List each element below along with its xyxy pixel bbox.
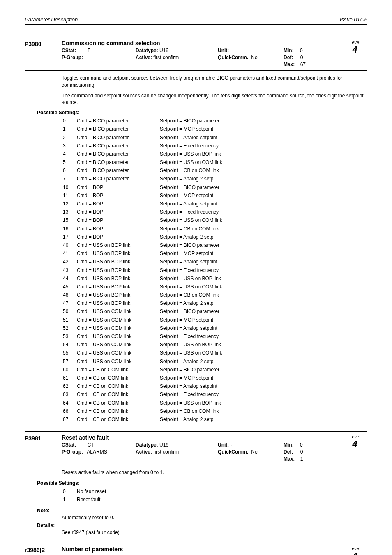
settings-code: 1: [62, 496, 76, 503]
settings-cmd: Cmd = USS on BOP link: [76, 283, 159, 290]
settings-cmd: Cmd = USS on COM link: [76, 308, 159, 315]
param-p3981: P3981 Reset active fault CStat: CT Datat…: [25, 431, 367, 536]
settings-row: 4Cmd = BICO parameterSetpoint = USS on B…: [62, 150, 223, 158]
pgroup-value: ALARMS: [87, 449, 107, 455]
note-label: Note:: [37, 508, 367, 514]
settings-row: 46Cmd = USS on BOP linkSetpoint = CB on …: [62, 291, 223, 299]
settings-row: 10Cmd = BOPSetpoint = BICO parameter: [62, 184, 223, 191]
settings-row: 6Cmd = BICO parameterSetpoint = CB on CO…: [62, 167, 223, 174]
settings-setpoint: Setpoint = Fixed frequency: [159, 267, 223, 274]
settings-cmd: Cmd = USS on COM link: [76, 349, 159, 357]
settings-code: 1: [62, 125, 76, 133]
settings-code: 4: [62, 150, 76, 158]
settings-cmd: Cmd = CB on COM link: [76, 408, 159, 415]
settings-setpoint: Setpoint = Fixed frequency: [159, 333, 223, 340]
level-value: 4: [342, 439, 367, 449]
settings-code: 41: [62, 250, 76, 257]
settings-row: 43Cmd = USS on BOP linkSetpoint = Fixed …: [62, 267, 223, 274]
settings-setpoint: Setpoint = MOP setpoint: [159, 192, 223, 199]
settings-code: 61: [62, 374, 76, 382]
datatype-label: Datatype:: [136, 442, 158, 449]
settings-row: 41Cmd = USS on BOP linkSetpoint = MOP se…: [62, 250, 223, 257]
settings-cmd: Cmd = USS on COM link: [76, 358, 159, 365]
settings-setpoint: Setpoint = USS on BOP link: [159, 399, 223, 407]
settings-code: 17: [62, 233, 76, 241]
param-id: P3980: [25, 40, 62, 47]
settings-row: 50Cmd = USS on COM linkSetpoint = BICO p…: [62, 308, 223, 315]
settings-code: 55: [62, 349, 76, 357]
settings-cmd: Cmd = USS on BOP link: [76, 250, 159, 257]
settings-cmd: Cmd = USS on COM link: [76, 333, 159, 340]
settings-cmd: Cmd = BOP: [76, 192, 159, 199]
settings-setpoint: Setpoint = USS on BOP link: [159, 341, 223, 348]
settings-code: 57: [62, 358, 76, 365]
settings-setpoint: Setpoint = Fixed frequency: [159, 142, 223, 150]
level-value: 4: [342, 45, 367, 55]
quick-value: No: [251, 55, 257, 60]
settings-setpoint: Setpoint = USS on COM link: [159, 349, 223, 357]
possible-settings-label: Possible Settings:: [37, 480, 367, 486]
active-value: first confirm: [153, 55, 179, 60]
settings-setpoint: Setpoint = BICO parameter: [159, 366, 223, 373]
def-value: 0: [300, 449, 303, 455]
settings-code: 60: [62, 366, 76, 373]
settings-cmd: Cmd = USS on COM link: [76, 341, 159, 348]
settings-code: 13: [62, 208, 76, 216]
settings-cmd: Cmd = USS on BOP link: [76, 267, 159, 274]
pgroup-label: P-Group:: [62, 449, 83, 456]
header-left: Parameter Description: [25, 16, 78, 23]
quick-value: No: [251, 449, 257, 455]
settings-code: 16: [62, 225, 76, 233]
settings-setpoint: Setpoint = Analog setpoint: [159, 325, 223, 332]
settings-cmd: Cmd = USS on COM link: [76, 325, 159, 332]
param-description-1: Toggles command and setpoint sources bet…: [62, 75, 367, 88]
settings-code: 45: [62, 283, 76, 290]
settings-code: 47: [62, 299, 76, 307]
max-value: 67: [300, 62, 306, 67]
settings-row: 11Cmd = BOPSetpoint = MOP setpoint: [62, 192, 223, 199]
settings-setpoint: Setpoint = BICO parameter: [159, 117, 223, 124]
settings-setpoint: Setpoint = MOP setpoint: [159, 125, 223, 133]
cstat-label: CStat:: [62, 47, 76, 54]
settings-cmd: Cmd = CB on COM link: [76, 382, 159, 390]
settings-code: 11: [62, 192, 76, 199]
cstat-label: CStat:: [62, 442, 76, 449]
settings-code: 63: [62, 391, 76, 398]
settings-setpoint: Setpoint = USS on BOP link: [159, 150, 223, 158]
settings-code: 67: [62, 416, 76, 423]
settings-row: 44Cmd = USS on BOP linkSetpoint = USS on…: [62, 275, 223, 282]
settings-code: 7: [62, 175, 76, 182]
max-label: Max:: [284, 456, 295, 463]
settings-cmd: Cmd = CB on COM link: [76, 399, 159, 407]
min-value: 0: [300, 48, 303, 53]
param-id: r3986[2]: [25, 546, 62, 553]
quick-label: QuickComm.:: [218, 449, 250, 456]
settings-row: 0Cmd = BICO parameterSetpoint = BICO par…: [62, 117, 223, 124]
settings-code: 53: [62, 333, 76, 340]
details-label: Details:: [37, 523, 367, 528]
settings-cmd: Cmd = BICO parameter: [76, 117, 159, 124]
header-right: Issue 01/06: [340, 16, 367, 23]
datatype-label: Datatype:: [136, 553, 158, 555]
settings-row: 1Reset fault: [62, 496, 159, 503]
datatype-label: Datatype:: [136, 47, 158, 54]
active-label: Active:: [136, 54, 152, 61]
settings-setpoint: Setpoint = CB on COM link: [159, 167, 223, 174]
def-value: 0: [300, 55, 303, 60]
settings-setpoint: Setpoint = BICO parameter: [159, 308, 223, 315]
settings-code: 12: [62, 200, 76, 207]
settings-setpoint: Setpoint = Fixed frequency: [159, 391, 223, 398]
settings-cmd: Cmd = BICO parameter: [76, 134, 159, 141]
page-header: Parameter Description Issue 01/06: [25, 16, 367, 25]
settings-row: 7Cmd = BICO parameterSetpoint = Analog 2…: [62, 175, 223, 182]
settings-setpoint: Setpoint = Fixed frequency: [159, 208, 223, 216]
settings-code: 54: [62, 341, 76, 348]
settings-row: 55Cmd = USS on COM linkSetpoint = USS on…: [62, 349, 223, 357]
settings-row: 66Cmd = CB on COM linkSetpoint = CB on C…: [62, 408, 223, 415]
settings-setpoint: Setpoint = CB on COM link: [159, 225, 223, 233]
settings-row: 16Cmd = BOPSetpoint = CB on COM link: [62, 225, 223, 233]
settings-code: 0: [62, 488, 76, 495]
settings-row: 64Cmd = CB on COM linkSetpoint = USS on …: [62, 399, 223, 407]
settings-setpoint: Setpoint = Analog 2 setp: [159, 233, 223, 241]
settings-setpoint: Setpoint = USS on BOP link: [159, 275, 223, 282]
